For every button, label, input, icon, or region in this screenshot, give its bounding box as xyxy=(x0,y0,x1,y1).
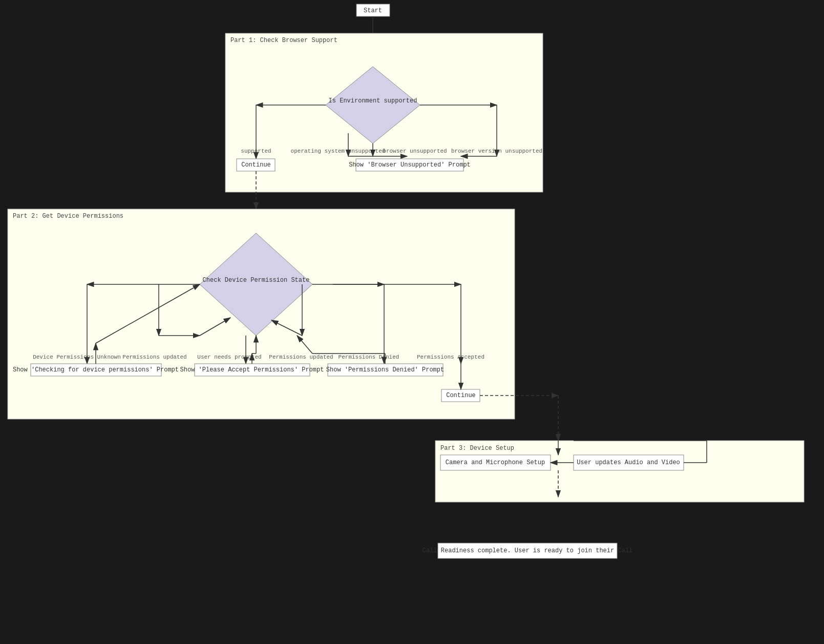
show-checking-label: Show 'Checking for device permissions' P… xyxy=(13,366,179,373)
decision1-label: Is Environment supported xyxy=(329,97,417,105)
show-please-accept-label: Show 'Please Accept Permissions' Prompt xyxy=(180,366,324,373)
show-denied-label: Show 'Permissions Denied' Prompt xyxy=(326,366,444,373)
os-unsupported-label: operating system unsupported xyxy=(291,148,386,154)
browser-unsupported-label: browser unsupported xyxy=(383,148,447,154)
permissions-denied-label: Permissions Denied xyxy=(339,354,399,360)
part3-title: Part 3: Device Setup xyxy=(440,445,514,452)
device-unknown-label: Device Permissions Unknown xyxy=(33,354,121,360)
permissions-accepted-label: Permissions Accepted xyxy=(417,354,484,360)
decision2-label: Check Device Permission State xyxy=(203,277,310,284)
camera-setup-label: Camera and Microphone Setup xyxy=(446,459,545,466)
show-browser-unsupported-label: Show 'Browser Unsupported' Prompt xyxy=(349,161,471,169)
permissions-updated-label2: Permissions updated xyxy=(269,354,333,360)
start-label: Start xyxy=(364,7,382,14)
call-readiness-label: Call Readiness complete. User is ready t… xyxy=(422,547,632,554)
part1-title: Part 1: Check Browser Support xyxy=(230,37,337,44)
continue2-label: Continue xyxy=(446,392,476,399)
continue1-label: Continue xyxy=(241,161,271,169)
diagram-container: Start Part 1: Check Browser Support Is E… xyxy=(0,0,824,644)
permissions-updated-label1: Permissions updated xyxy=(122,354,186,360)
part2-title: Part 2: Get Device Permissions xyxy=(13,213,123,220)
user-updates-label: User updates Audio and Video xyxy=(577,459,680,466)
